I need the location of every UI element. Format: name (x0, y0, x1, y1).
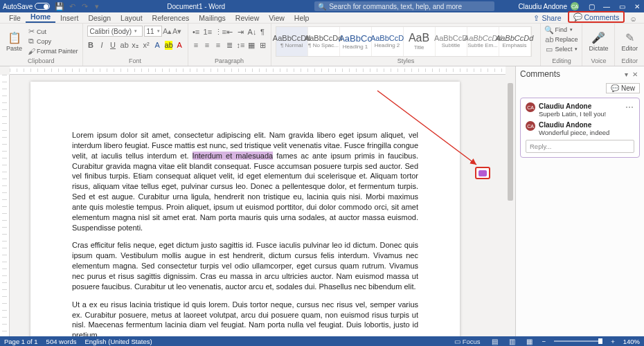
style-gallery[interactable]: AaBbCcDd¶ Normal AaBbCcDd¶ No Spac... Aa… (276, 26, 532, 57)
indent-icon[interactable]: ⇥ (237, 28, 244, 37)
paragraph-3[interactable]: Ut a ex eu risus lacinia tristique id qu… (72, 300, 418, 336)
style-subtitle[interactable]: AaBbCcDSubtitle (436, 27, 467, 56)
comment-thread[interactable]: CA Claudiu Andone Superb Latin, I tell y… (520, 98, 640, 158)
sort-icon[interactable]: A↓ (248, 28, 256, 37)
justify-icon[interactable]: ≣ (226, 41, 233, 50)
superscript-icon[interactable]: x² (143, 41, 150, 50)
zoom-out-icon[interactable]: − (542, 338, 546, 345)
tab-home[interactable]: Home (26, 11, 55, 23)
italic-icon[interactable]: I (98, 41, 106, 50)
tab-references[interactable]: References (147, 12, 195, 23)
scrollbar-thumb[interactable] (508, 83, 513, 201)
vertical-ruler[interactable] (0, 75, 10, 336)
paragraph-2[interactable]: Cras efficitur felis neque, eget dictum … (72, 240, 418, 291)
word-count[interactable]: 504 words (46, 338, 77, 345)
paragraph-1[interactable]: Lorem ipsum dolor sit amet, consectetur … (72, 130, 418, 233)
page-indicator[interactable]: Page 1 of 1 (4, 338, 38, 345)
style-heading1[interactable]: AaBbCcHeading 1 (340, 27, 372, 56)
format-painter-button[interactable]: 🖌Format Painter (27, 47, 78, 55)
align-left-icon[interactable]: ≡ (193, 41, 200, 50)
comment-marker[interactable] (475, 167, 490, 179)
shrink-font-icon[interactable]: A▾ (173, 27, 181, 35)
group-paragraph: •≡ 1≡ ⋮≡ ⇤ ⇥ A↓ ¶ ≡ ≡ ≡ ≣ ↕≡ ▦ ⊞ Paragra… (188, 24, 271, 66)
text-effects-icon[interactable]: A (154, 41, 161, 50)
style-nospacing[interactable]: AaBbCcDd¶ No Spac... (308, 27, 340, 56)
comment-more-icon[interactable]: ⋯ (625, 102, 634, 118)
shading-icon[interactable]: ▦ (248, 41, 256, 50)
tab-review[interactable]: Review (231, 12, 264, 23)
comment-author: Claudiu Andone (539, 102, 622, 110)
maximize-icon[interactable]: ▭ (618, 3, 626, 10)
borders-icon[interactable]: ⊞ (259, 41, 267, 50)
tab-view[interactable]: View (264, 12, 289, 23)
share-button[interactable]: ⇪ Share (529, 13, 565, 23)
language-indicator[interactable]: English (United States) (84, 338, 152, 345)
font-size-combo[interactable]: 11 (144, 26, 162, 37)
account-button[interactable]: Claudiu Andone CA (518, 2, 579, 10)
subscript-icon[interactable]: x₂ (132, 41, 139, 50)
replace-button[interactable]: abReplace (545, 35, 578, 44)
style-heading2[interactable]: AaBbCcDHeading 2 (372, 27, 404, 56)
redo-icon[interactable]: ↷ (80, 2, 89, 10)
tab-design[interactable]: Design (83, 12, 116, 23)
copy-icon: ⧉ (27, 37, 35, 46)
mic-icon: 🎤 (591, 30, 605, 44)
autosave-toggle[interactable]: AutoSave (3, 3, 50, 10)
font-family-combo[interactable]: Calibri (Body) (87, 26, 143, 37)
zoom-in-icon[interactable]: + (611, 338, 615, 345)
feedback-icon[interactable]: ☺ (627, 15, 640, 23)
bullets-icon[interactable]: •≡ (193, 28, 200, 37)
reply-input[interactable]: Reply... (526, 140, 634, 153)
show-marks-icon[interactable]: ¶ (259, 28, 267, 37)
editor-button[interactable]: ✎Editor (619, 30, 640, 52)
zoom-slider[interactable] (554, 340, 602, 342)
print-layout-icon[interactable]: ▥ (508, 338, 517, 345)
minimize-icon[interactable]: — (602, 3, 611, 10)
tab-help[interactable]: Help (289, 12, 314, 23)
close-icon[interactable]: ✕ (633, 3, 641, 10)
cut-button[interactable]: ✂Cut (27, 28, 78, 36)
style-emphasis[interactable]: AaBbCcDdEmphasis (499, 27, 531, 56)
focus-mode-button[interactable]: ▭ Focus (453, 338, 482, 345)
style-normal[interactable]: AaBbCcDd¶ Normal (276, 27, 308, 56)
ribbon-options-icon[interactable]: ▢ (587, 3, 596, 10)
align-center-icon[interactable]: ≡ (204, 41, 211, 50)
align-right-icon[interactable]: ≡ (215, 41, 222, 50)
tab-mailings[interactable]: Mailings (194, 12, 231, 23)
multilevel-icon[interactable]: ⋮≡ (215, 28, 222, 37)
web-layout-icon[interactable]: ▦ (525, 338, 534, 345)
tab-layout[interactable]: Layout (116, 12, 147, 23)
pane-dropdown-icon[interactable]: ▾ (623, 71, 630, 78)
numbering-icon[interactable]: 1≡ (204, 28, 211, 37)
dictate-button[interactable]: 🎤Dictate (587, 30, 610, 52)
undo-icon[interactable]: ↶ (68, 2, 76, 10)
pane-close-icon[interactable]: ✕ (630, 71, 640, 78)
vertical-scrollbar[interactable] (507, 76, 514, 334)
style-subtle-em[interactable]: AaBbCcDdSubtle Em... (467, 27, 499, 56)
bold-icon[interactable]: B (87, 41, 95, 50)
line-spacing-icon[interactable]: ↕≡ (237, 41, 244, 50)
tab-insert[interactable]: Insert (55, 12, 83, 23)
new-comment-button[interactable]: 💬New (606, 83, 640, 93)
find-button[interactable]: 🔍Find▾ (545, 26, 573, 34)
font-color-icon[interactable]: A (176, 41, 184, 50)
qat-dropdown-icon[interactable]: ▾ (93, 2, 101, 10)
grow-font-icon[interactable]: A▴ (163, 27, 172, 35)
page[interactable]: Lorem ipsum dolor sit amet, consectetur … (30, 82, 460, 336)
underline-icon[interactable]: U (109, 41, 117, 50)
comments-button[interactable]: 💬 Comments (568, 11, 625, 23)
zoom-level[interactable]: 140% (623, 338, 640, 345)
select-button[interactable]: ▭Select▾ (545, 45, 578, 53)
tab-file[interactable]: File (4, 12, 26, 23)
read-mode-icon[interactable]: ▤ (490, 338, 499, 345)
paste-button[interactable]: 📋 Paste (4, 30, 24, 52)
horizontal-ruler[interactable] (10, 66, 506, 75)
style-title[interactable]: AaBTitle (404, 27, 436, 56)
save-icon[interactable]: 💾 (55, 2, 64, 10)
select-icon: ▭ (545, 45, 553, 53)
outdent-icon[interactable]: ⇤ (226, 28, 233, 37)
strike-icon[interactable]: ab (120, 41, 128, 50)
search-input[interactable]: 🔍 Search for commands, text, help, and m… (314, 1, 494, 11)
highlight-icon[interactable]: ab (165, 41, 172, 50)
copy-button[interactable]: ⧉Copy (27, 37, 78, 46)
